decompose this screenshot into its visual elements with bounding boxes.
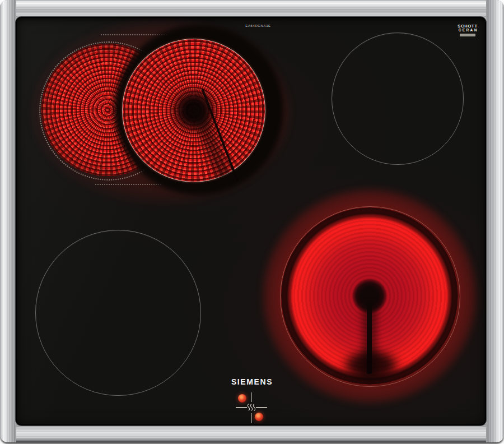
schott-text: SCHOTT: [456, 24, 479, 28]
siemens-logo: SIEMENS: [207, 377, 297, 386]
zone-top-right-outline: [332, 33, 464, 165]
ceran-fineprint: ··········: [460, 34, 475, 36]
residual-heat-dot-top-left: [238, 394, 246, 403]
ceramic-glass-surface: EA64RGNA1E SCHOTT CERAN ·········· SIEME…: [16, 17, 486, 425]
heat-waves-icon: [246, 403, 256, 412]
indicator-cross-vertical-bottom: [251, 413, 253, 423]
cooktop-appliance: EA64RGNA1E SCHOTT CERAN ·········· SIEME…: [0, 0, 504, 442]
ceran-text: CERAN: [456, 28, 479, 32]
steel-frame-bottom: [0, 424, 504, 442]
zone-bottom-left-outline: [35, 230, 201, 396]
steel-frame-left: [0, 0, 16, 442]
model-number-text: EA64RGNA1E: [230, 24, 286, 27]
cooktop-photo: EA64RGNA1E SCHOTT CERAN ·········· SIEME…: [0, 0, 504, 444]
steel-frame-top: [0, 0, 504, 17]
schott-ceran-mark: SCHOTT CERAN ··········: [456, 24, 479, 36]
indicator-cross-vertical-top: [251, 392, 253, 402]
indicator-cross-horizontal-left: [236, 407, 247, 408]
zone-top-left-outline-bottom-segment: [95, 184, 161, 185]
residual-heat-dot-bottom-right: [255, 413, 263, 421]
steel-frame-right: [486, 0, 504, 442]
indicator-cross-horizontal-right: [256, 407, 267, 408]
element-connector-shadow: [342, 349, 400, 382]
zone-top-left-main-coil: [122, 39, 265, 182]
